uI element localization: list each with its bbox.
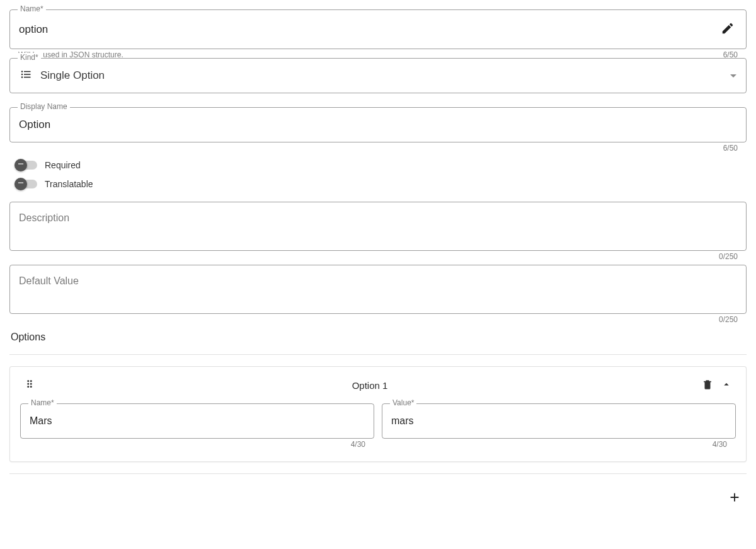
svg-point-9 [30, 380, 32, 382]
translatable-label: Translatable [45, 179, 93, 189]
required-toggle[interactable] [14, 159, 37, 171]
svg-point-4 [21, 76, 23, 78]
option-value-counter: 4/30 [713, 440, 727, 449]
option-value-input[interactable] [391, 415, 726, 427]
option-name-label: Name* [28, 398, 57, 407]
svg-rect-3 [24, 74, 31, 75]
description-placeholder: Description [19, 212, 69, 223]
svg-point-2 [21, 74, 23, 75]
option-card: Option 1 Name* 4/30 Value* [9, 366, 747, 462]
required-toggle-row: Required [14, 159, 747, 171]
display-name-field[interactable]: Display Name [9, 107, 747, 142]
option-name-input[interactable] [30, 415, 365, 427]
option-value-field[interactable]: Value* [382, 403, 736, 439]
display-name-label: Display Name [18, 102, 70, 111]
required-label: Required [45, 160, 81, 170]
svg-point-10 [27, 383, 29, 385]
svg-rect-5 [24, 77, 31, 78]
chevron-down-icon [730, 70, 737, 81]
divider [9, 473, 747, 474]
display-name-input[interactable] [19, 118, 737, 131]
drag-handle-icon[interactable] [20, 374, 42, 396]
name-label: Name* [18, 4, 46, 13]
svg-rect-1 [24, 71, 31, 72]
option-name-field[interactable]: Name* [20, 403, 374, 439]
kind-label: Kind* [18, 53, 41, 62]
name-input[interactable] [19, 23, 718, 36]
minus-icon [16, 159, 25, 171]
delete-option-button[interactable] [698, 375, 717, 396]
chevron-up-icon [721, 383, 732, 392]
default-value-field[interactable]: Default Value [9, 265, 747, 314]
options-section-title: Options [11, 332, 747, 343]
pencil-icon [721, 28, 735, 37]
trash-icon [702, 383, 713, 392]
plus-icon [728, 497, 742, 506]
option-title: Option 1 [42, 380, 698, 391]
kind-value: Single Option [40, 69, 722, 82]
svg-point-8 [27, 380, 29, 382]
edit-name-button[interactable] [718, 19, 737, 40]
translatable-toggle[interactable] [14, 178, 37, 190]
svg-point-0 [21, 71, 23, 72]
description-counter: 0/250 [719, 252, 738, 261]
name-field[interactable]: Name* [9, 9, 747, 49]
translatable-toggle-row: Translatable [14, 178, 747, 190]
list-icon [19, 69, 33, 83]
svg-point-13 [30, 386, 32, 388]
svg-point-12 [27, 386, 29, 388]
default-value-placeholder: Default Value [19, 275, 79, 286]
svg-rect-7 [18, 182, 23, 183]
divider [9, 354, 747, 355]
option-value-label: Value* [390, 398, 416, 407]
minus-icon [16, 178, 25, 190]
description-field[interactable]: Description [9, 202, 747, 251]
collapse-option-button[interactable] [717, 375, 736, 396]
default-value-counter: 0/250 [719, 315, 738, 324]
kind-select[interactable]: Kind* Single Option [9, 58, 747, 93]
display-name-counter: 6/50 [723, 144, 738, 153]
svg-point-11 [30, 383, 32, 385]
add-option-button[interactable] [723, 485, 747, 511]
svg-rect-6 [18, 163, 23, 164]
option-name-counter: 4/30 [351, 440, 365, 449]
